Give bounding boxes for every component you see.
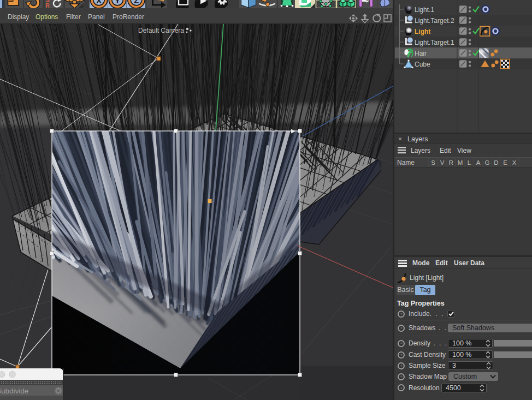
svg-text:D: D [494,159,498,166]
svg-text:Subdivide: Subdivide [0,387,28,395]
svg-text:X: X [96,0,102,5]
svg-text:G: G [485,159,490,166]
svg-text:A: A [476,159,481,166]
svg-text:M: M [458,159,463,166]
svg-text:R: R [46,3,50,9]
svg-text:Light.1: Light.1 [415,6,434,14]
svg-text:V: V [440,159,445,166]
svg-text:Y: Y [115,0,120,5]
svg-text:Default Camera: Default Camera [138,27,184,34]
svg-text:L: L [468,159,471,166]
svg-text:E: E [503,159,507,166]
svg-text:Light.Target.2: Light.Target.2 [415,17,454,25]
svg-text:X: X [512,159,517,166]
svg-text:Z: Z [134,0,139,5]
svg-text:Cube: Cube [415,61,430,68]
svg-text:Light: Light [415,28,430,35]
svg-text:Light.Target.1: Light.Target.1 [415,39,454,46]
svg-text:R: R [449,159,453,166]
svg-text:S: S [431,159,435,166]
svg-text:Hair: Hair [415,50,427,57]
